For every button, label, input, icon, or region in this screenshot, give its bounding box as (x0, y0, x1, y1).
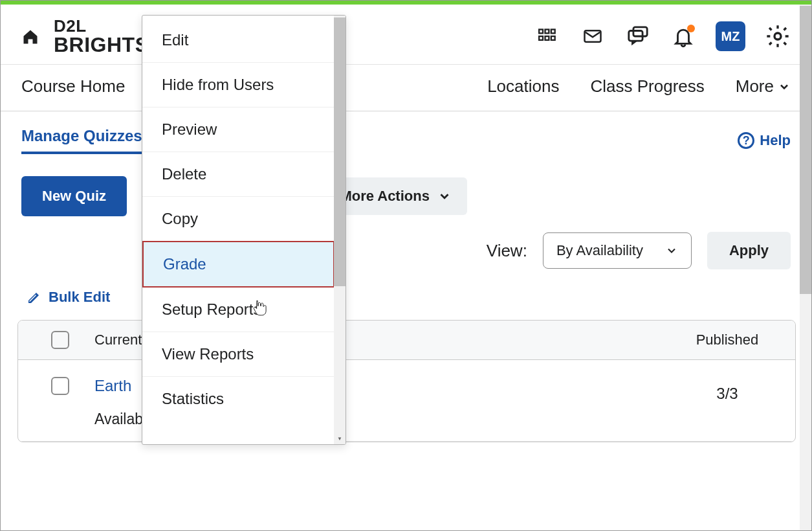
table-row: Earth Available on Mar 27, 2023 12:01 AM… (18, 360, 795, 442)
help-link[interactable]: ? Help (738, 132, 791, 149)
row-checkbox[interactable] (51, 377, 69, 395)
svg-rect-0 (539, 30, 543, 34)
nav-locations[interactable]: Locations (487, 76, 559, 96)
svg-rect-1 (545, 30, 549, 34)
quiz-title-link[interactable]: Earth (94, 377, 131, 394)
view-select[interactable]: By Availability (543, 232, 692, 269)
page-scrollbar-thumb[interactable] (800, 6, 811, 294)
menu-item-setup-reports[interactable]: Setup Reports (142, 288, 334, 332)
svg-rect-5 (551, 36, 555, 40)
gear-icon[interactable] (765, 23, 791, 49)
menu-list: Edit Hide from Users Preview Delete Copy… (142, 16, 334, 444)
chat-icon[interactable] (625, 23, 651, 49)
chevron-down-icon (665, 244, 678, 257)
chevron-down-icon (778, 80, 791, 93)
bulk-edit-link[interactable]: Bulk Edit (1, 277, 811, 316)
menu-item-delete[interactable]: Delete (142, 152, 334, 197)
brand-line-1: D2L (54, 17, 149, 34)
view-row: View: By Availability Apply (1, 224, 811, 277)
notification-dot (687, 25, 695, 32)
menu-item-statistics[interactable]: Statistics (142, 377, 334, 421)
apps-grid-icon[interactable] (534, 23, 560, 49)
user-avatar[interactable]: MZ (716, 21, 745, 51)
view-selected-value: By Availability (556, 242, 643, 259)
menu-item-edit[interactable]: Edit (142, 18, 334, 63)
header-icons: MZ (534, 21, 791, 51)
menu-item-view-reports[interactable]: View Reports (142, 332, 334, 377)
actions-row: New Quiz Edit Categories More Actions (1, 159, 811, 224)
svg-rect-4 (545, 36, 549, 40)
brand-logo[interactable]: D2L BRIGHTS (54, 17, 149, 55)
help-icon: ? (738, 132, 754, 149)
table-header: Current Quizzes Published (18, 321, 795, 360)
help-label: Help (760, 132, 791, 149)
bulk-edit-label: Bulk Edit (49, 289, 110, 306)
bell-icon[interactable] (670, 23, 696, 49)
nav-more-label: More (736, 76, 774, 96)
mail-icon[interactable] (580, 23, 606, 49)
menu-scrollbar-thumb[interactable] (334, 17, 346, 286)
nav-course-home[interactable]: Course Home (21, 76, 125, 96)
view-label: View: (487, 241, 527, 261)
menu-item-hide[interactable]: Hide from Users (142, 63, 334, 107)
global-header: D2L BRIGHTS MZ (1, 5, 811, 65)
svg-rect-3 (539, 36, 543, 40)
scroll-down-arrow[interactable]: ▼ (334, 433, 346, 444)
menu-item-grade[interactable]: Grade (142, 241, 334, 288)
pencil-icon (27, 289, 42, 305)
brand-line-2: BRIGHTS (54, 34, 149, 55)
avatar-initials: MZ (721, 29, 740, 44)
tab-manage-quizzes[interactable]: Manage Quizzes (21, 127, 142, 154)
apply-button[interactable]: Apply (707, 232, 791, 269)
menu-item-copy[interactable]: Copy (142, 197, 334, 242)
new-quiz-button[interactable]: New Quiz (21, 176, 127, 216)
svg-rect-2 (551, 30, 555, 34)
quiz-context-menu: Edit Hide from Users Preview Delete Copy… (142, 15, 346, 445)
published-count: 3/3 (672, 373, 782, 403)
nav-more[interactable]: More (736, 76, 791, 96)
select-all-checkbox[interactable] (51, 331, 69, 349)
more-actions-label: More Actions (340, 188, 430, 205)
chevron-down-icon (437, 189, 452, 203)
quiz-subtabs: Manage Quizzes Statistics ? Help (1, 111, 811, 159)
nav-class-progress[interactable]: Class Progress (590, 76, 704, 96)
home-icon[interactable] (21, 28, 39, 45)
course-nav: Course Home Locations Class Progress Mor… (1, 65, 811, 111)
quizzes-table: Current Quizzes Published Earth Availabl… (17, 320, 796, 442)
svg-point-9 (774, 33, 781, 40)
col-published-header: Published (672, 332, 782, 348)
menu-item-preview[interactable]: Preview (142, 107, 334, 152)
